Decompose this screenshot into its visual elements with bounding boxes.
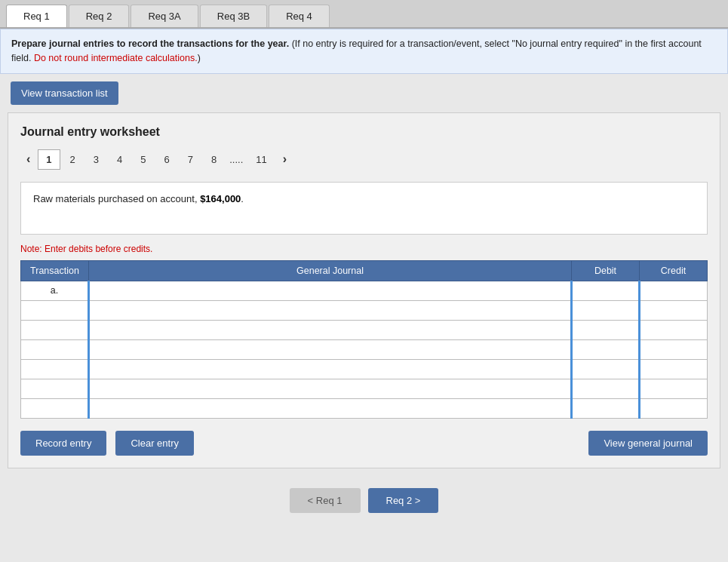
row-7-debit-input[interactable] bbox=[573, 399, 638, 418]
row-1-credit-cell[interactable] bbox=[640, 281, 708, 300]
tabs-bar: Req 1 Req 2 Req 3A Req 3B Req 4 bbox=[0, 0, 728, 29]
record-entry-btn[interactable]: Record entry bbox=[20, 431, 106, 456]
prev-page-arrow[interactable]: ‹ bbox=[20, 149, 36, 169]
row-1-debit-cell[interactable] bbox=[572, 281, 640, 300]
page-4[interactable]: 4 bbox=[109, 149, 131, 170]
row-2-credit-input[interactable] bbox=[640, 301, 707, 320]
tab-req3a[interactable]: Req 3A bbox=[131, 5, 198, 27]
note-text: Note: Enter debits before credits. bbox=[20, 244, 708, 254]
table-row bbox=[21, 379, 708, 398]
row-7-credit-cell[interactable] bbox=[640, 398, 708, 418]
clear-entry-btn[interactable]: Clear entry bbox=[115, 431, 194, 456]
row-5-journal-input[interactable] bbox=[90, 360, 570, 379]
journal-table: Transaction General Journal Debit Credit… bbox=[20, 260, 708, 419]
worksheet-title: Journal entry worksheet bbox=[20, 125, 708, 139]
page-1[interactable]: 1 bbox=[38, 149, 60, 170]
table-row bbox=[21, 320, 708, 339]
tab-req1[interactable]: Req 1 bbox=[6, 5, 67, 27]
tab-req3b[interactable]: Req 3B bbox=[200, 5, 267, 27]
instruction-red: Do not round intermediate calculations. bbox=[34, 53, 198, 63]
row-7-journal-cell[interactable] bbox=[89, 398, 572, 418]
row-6-debit-input[interactable] bbox=[573, 379, 638, 398]
row-4-debit-input[interactable] bbox=[573, 340, 638, 359]
row-3-credit-input[interactable] bbox=[640, 321, 707, 339]
row-2-journal-input[interactable] bbox=[90, 301, 570, 320]
row-3-debit-cell[interactable] bbox=[572, 320, 640, 339]
row-5-credit-input[interactable] bbox=[640, 360, 707, 379]
worksheet-container: Journal entry worksheet ‹ 1 2 3 4 5 6 7 … bbox=[8, 112, 720, 468]
next-req-btn[interactable]: Req 2 > bbox=[368, 488, 439, 513]
page-6[interactable]: 6 bbox=[156, 149, 178, 170]
row-3-credit-cell[interactable] bbox=[640, 320, 708, 339]
col-header-debit: Debit bbox=[572, 260, 640, 281]
next-page-arrow[interactable]: › bbox=[277, 149, 293, 169]
row-6-debit-cell[interactable] bbox=[572, 379, 640, 398]
row-3-debit-input[interactable] bbox=[573, 321, 638, 339]
row-5-debit-cell[interactable] bbox=[572, 359, 640, 379]
table-row: a. bbox=[21, 281, 708, 300]
page-2[interactable]: 2 bbox=[62, 149, 84, 170]
col-header-general-journal: General Journal bbox=[89, 260, 572, 281]
instruction-banner: Prepare journal entries to record the tr… bbox=[0, 29, 728, 74]
pagination: ‹ 1 2 3 4 5 6 7 8 ..... 11 › bbox=[20, 149, 708, 170]
view-btn-wrap: View transaction list bbox=[0, 74, 728, 112]
row-1-journal-cell[interactable] bbox=[89, 281, 572, 300]
row-1-journal-input[interactable] bbox=[90, 281, 570, 300]
row-3-journal-cell[interactable] bbox=[89, 320, 572, 339]
row-2-debit-input[interactable] bbox=[573, 301, 638, 320]
row-5-transaction bbox=[21, 359, 89, 379]
row-6-transaction bbox=[21, 379, 89, 398]
row-2-journal-cell[interactable] bbox=[89, 300, 572, 320]
table-row bbox=[21, 339, 708, 359]
view-general-journal-btn[interactable]: View general journal bbox=[588, 431, 708, 456]
page-7[interactable]: 7 bbox=[180, 149, 201, 170]
row-5-debit-input[interactable] bbox=[573, 360, 638, 379]
bottom-buttons: Record entry Clear entry View general jo… bbox=[20, 431, 708, 456]
row-4-credit-input[interactable] bbox=[640, 340, 707, 359]
row-4-journal-input[interactable] bbox=[90, 340, 570, 359]
col-header-credit: Credit bbox=[640, 260, 708, 281]
row-3-transaction bbox=[21, 320, 89, 339]
transaction-desc-text: Raw materials purchased on account, $164… bbox=[33, 193, 244, 204]
row-6-journal-input[interactable] bbox=[90, 379, 570, 398]
table-row bbox=[21, 398, 708, 418]
view-transaction-btn[interactable]: View transaction list bbox=[11, 81, 118, 105]
row-6-journal-cell[interactable] bbox=[89, 379, 572, 398]
row-2-credit-cell[interactable] bbox=[640, 300, 708, 320]
row-4-credit-cell[interactable] bbox=[640, 339, 708, 359]
row-3-journal-input[interactable] bbox=[90, 321, 570, 339]
page-11[interactable]: 11 bbox=[247, 149, 275, 170]
prev-req-btn[interactable]: < Req 1 bbox=[290, 488, 361, 513]
row-7-transaction bbox=[21, 398, 89, 418]
page-dots: ..... bbox=[226, 150, 246, 169]
row-1-transaction: a. bbox=[21, 281, 89, 300]
instruction-main: Prepare journal entries to record the tr… bbox=[11, 38, 289, 49]
row-7-credit-input[interactable] bbox=[640, 399, 707, 418]
nav-buttons: < Req 1 Req 2 > bbox=[0, 476, 728, 521]
page-5[interactable]: 5 bbox=[132, 149, 154, 170]
table-row bbox=[21, 300, 708, 320]
row-7-debit-cell[interactable] bbox=[572, 398, 640, 418]
row-4-journal-cell[interactable] bbox=[89, 339, 572, 359]
col-header-transaction: Transaction bbox=[21, 260, 89, 281]
tab-req2[interactable]: Req 2 bbox=[69, 5, 130, 27]
row-4-transaction bbox=[21, 339, 89, 359]
row-1-debit-input[interactable] bbox=[573, 281, 638, 300]
page-3[interactable]: 3 bbox=[85, 149, 107, 170]
row-2-transaction bbox=[21, 300, 89, 320]
tab-req4[interactable]: Req 4 bbox=[269, 5, 330, 27]
row-5-credit-cell[interactable] bbox=[640, 359, 708, 379]
row-6-credit-input[interactable] bbox=[640, 379, 707, 398]
row-1-credit-input[interactable] bbox=[640, 281, 707, 300]
transaction-description: Raw materials purchased on account, $164… bbox=[20, 182, 708, 235]
row-5-journal-cell[interactable] bbox=[89, 359, 572, 379]
table-row bbox=[21, 359, 708, 379]
page-8[interactable]: 8 bbox=[203, 149, 225, 170]
row-4-debit-cell[interactable] bbox=[572, 339, 640, 359]
row-7-journal-input[interactable] bbox=[90, 399, 570, 418]
row-6-credit-cell[interactable] bbox=[640, 379, 708, 398]
row-2-debit-cell[interactable] bbox=[572, 300, 640, 320]
